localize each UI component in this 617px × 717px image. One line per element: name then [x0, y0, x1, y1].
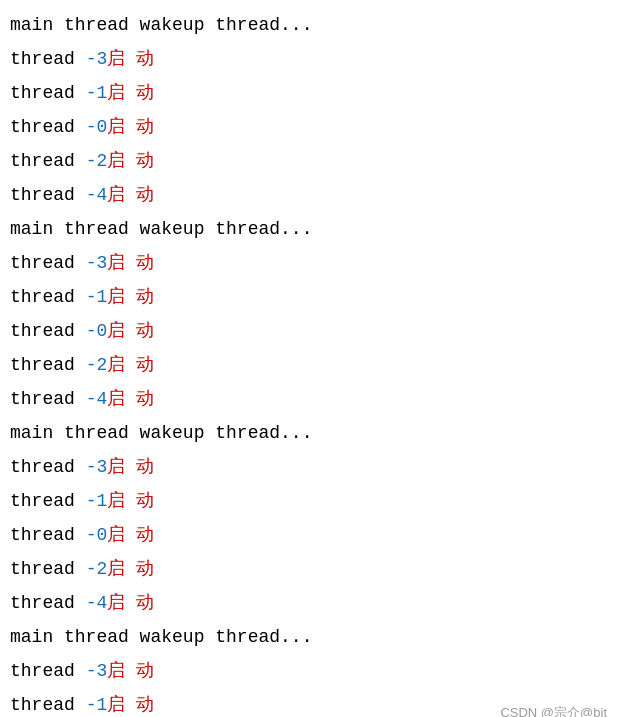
thread-suffix-0-3: 启 动	[107, 151, 154, 171]
thread-suffix-2-0: 启 动	[107, 457, 154, 477]
thread-number-2-3: -2	[86, 559, 108, 579]
thread-line-2-1: thread -1启 动	[10, 484, 607, 518]
thread-line-0-3: thread -2启 动	[10, 144, 607, 178]
thread-number-2-2: -0	[86, 525, 108, 545]
thread-suffix-2-3: 启 动	[107, 559, 154, 579]
thread-label-0-0: thread	[10, 49, 86, 69]
thread-suffix-0-1: 启 动	[107, 83, 154, 103]
thread-label-0-3: thread	[10, 151, 86, 171]
thread-line-0-2: thread -0启 动	[10, 110, 607, 144]
thread-label-2-2: thread	[10, 525, 86, 545]
thread-suffix-2-1: 启 动	[107, 491, 154, 511]
thread-number-1-1: -1	[86, 287, 108, 307]
thread-number-1-2: -0	[86, 321, 108, 341]
thread-label-1-0: thread	[10, 253, 86, 273]
thread-number-2-0: -3	[86, 457, 108, 477]
main-thread-line-2: main thread wakeup thread...	[10, 416, 607, 450]
thread-suffix-1-3: 启 动	[107, 355, 154, 375]
thread-label-0-2: thread	[10, 117, 86, 137]
thread-number-1-0: -3	[86, 253, 108, 273]
thread-line-3-0: thread -3启 动	[10, 654, 607, 688]
thread-number-3-0: -3	[86, 661, 108, 681]
thread-line-0-0: thread -3启 动	[10, 42, 607, 76]
main-thread-line-1: main thread wakeup thread...	[10, 212, 607, 246]
thread-number-0-0: -3	[86, 49, 108, 69]
thread-suffix-0-4: 启 动	[107, 185, 154, 205]
thread-line-2-0: thread -3启 动	[10, 450, 607, 484]
output-container: main thread wakeup thread...thread -3启 动…	[10, 8, 607, 717]
thread-line-1-0: thread -3启 动	[10, 246, 607, 280]
watermark: CSDN @宗介@bit	[500, 704, 607, 717]
thread-number-0-3: -2	[86, 151, 108, 171]
thread-line-0-4: thread -4启 动	[10, 178, 607, 212]
thread-suffix-1-1: 启 动	[107, 287, 154, 307]
thread-line-1-3: thread -2启 动	[10, 348, 607, 382]
thread-number-0-1: -1	[86, 83, 108, 103]
thread-label-2-3: thread	[10, 559, 86, 579]
thread-suffix-3-0: 启 动	[107, 661, 154, 681]
thread-suffix-0-2: 启 动	[107, 117, 154, 137]
thread-line-0-1: thread -1启 动	[10, 76, 607, 110]
thread-label-3-1: thread	[10, 695, 86, 715]
thread-line-2-2: thread -0启 动	[10, 518, 607, 552]
thread-suffix-2-4: 启 动	[107, 593, 154, 613]
thread-line-2-4: thread -4启 动	[10, 586, 607, 620]
thread-label-2-1: thread	[10, 491, 86, 511]
main-thread-line-0: main thread wakeup thread...	[10, 8, 607, 42]
thread-label-0-1: thread	[10, 83, 86, 103]
thread-suffix-0-0: 启 动	[107, 49, 154, 69]
thread-label-1-1: thread	[10, 287, 86, 307]
thread-suffix-2-2: 启 动	[107, 525, 154, 545]
thread-number-1-4: -4	[86, 389, 108, 409]
thread-number-2-1: -1	[86, 491, 108, 511]
thread-suffix-1-4: 启 动	[107, 389, 154, 409]
thread-number-3-1: -1	[86, 695, 108, 715]
thread-label-1-2: thread	[10, 321, 86, 341]
thread-label-3-0: thread	[10, 661, 86, 681]
thread-suffix-1-0: 启 动	[107, 253, 154, 273]
thread-line-1-4: thread -4启 动	[10, 382, 607, 416]
thread-label-1-3: thread	[10, 355, 86, 375]
main-thread-line-3: main thread wakeup thread...	[10, 620, 607, 654]
thread-number-0-4: -4	[86, 185, 108, 205]
thread-line-1-2: thread -0启 动	[10, 314, 607, 348]
thread-suffix-1-2: 启 动	[107, 321, 154, 341]
thread-number-0-2: -0	[86, 117, 108, 137]
thread-label-2-0: thread	[10, 457, 86, 477]
thread-label-2-4: thread	[10, 593, 86, 613]
thread-label-0-4: thread	[10, 185, 86, 205]
thread-number-1-3: -2	[86, 355, 108, 375]
thread-label-1-4: thread	[10, 389, 86, 409]
thread-suffix-3-1: 启 动	[107, 695, 154, 715]
thread-line-1-1: thread -1启 动	[10, 280, 607, 314]
thread-number-2-4: -4	[86, 593, 108, 613]
thread-line-2-3: thread -2启 动	[10, 552, 607, 586]
